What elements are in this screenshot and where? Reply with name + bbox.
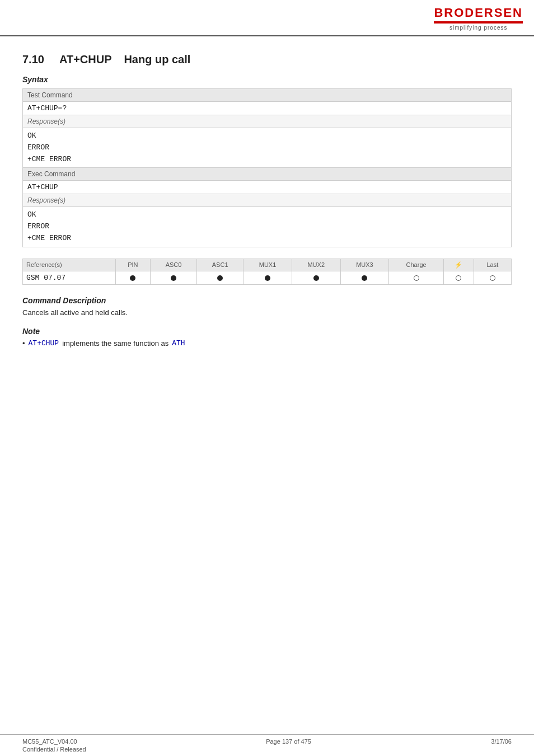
ref-col-header-charge: Charge	[389, 259, 444, 271]
asc0-filled-dot	[171, 275, 176, 281]
ref-col-header-mux3: MUX3	[340, 259, 389, 271]
note-link1[interactable]: AT+CHUP	[29, 339, 59, 348]
exec-response-value: OKERROR+CME ERROR	[23, 207, 512, 247]
footer-status: Confidential / Released	[22, 746, 86, 753]
command-description-body: Cancels all active and held calls.	[22, 308, 512, 317]
section-number: 7.10	[22, 53, 44, 65]
ref-mux2-dot	[292, 271, 340, 284]
ref-last-dot	[474, 271, 511, 284]
ref-row-name: GSM 07.07	[23, 271, 116, 284]
last-empty-dot	[490, 275, 495, 281]
command-description-label: Command Description	[22, 296, 512, 305]
exec-response-value-row: OKERROR+CME ERROR	[23, 207, 512, 247]
logo-text: BRODERSEN	[434, 6, 523, 20]
page-header: BRODERSEN simplifying process	[0, 0, 534, 36]
ref-special-dot	[443, 271, 474, 284]
test-command-value: AT+CHUP=?	[23, 102, 512, 115]
ref-col-header-special: ⚡	[443, 259, 474, 271]
logo-subtitle: simplifying process	[449, 25, 507, 31]
exec-command-type-label: Exec Command	[23, 168, 512, 181]
ref-col-header-mux2: MUX2	[292, 259, 340, 271]
note-label: Note	[22, 327, 512, 336]
reference-table: Reference(s) PIN ASC0 ASC1 MUX1 MUX2 MUX…	[22, 259, 512, 285]
ref-pin-dot	[115, 271, 150, 284]
test-response-label-row: Response(s)	[23, 115, 512, 128]
footer-left: MC55_ATC_V04.00 Confidential / Released	[22, 738, 86, 753]
section-title: AT+CHUP	[59, 53, 111, 65]
special-empty-dot	[456, 275, 461, 281]
exec-command-value-row: AT+CHUP	[23, 181, 512, 194]
exec-command-header-row: Exec Command	[23, 168, 512, 181]
ref-mux1-dot	[243, 271, 292, 284]
page-footer: MC55_ATC_V04.00 Confidential / Released …	[0, 734, 534, 756]
footer-date: 3/17/06	[491, 738, 512, 753]
note-list: AT+CHUP implements the same function as …	[22, 339, 512, 348]
test-response-value: OKERROR+CME ERROR	[23, 128, 512, 168]
ref-col-header-asc1: ASC1	[197, 259, 243, 271]
ref-col-header-pin: PIN	[115, 259, 150, 271]
ref-col-header-mux1: MUX1	[243, 259, 292, 271]
logo-bar	[434, 21, 523, 24]
ref-asc0-dot	[151, 271, 197, 284]
test-response-label: Response(s)	[23, 115, 512, 128]
ref-col-header-name: Reference(s)	[23, 259, 116, 271]
test-response-value-row: OKERROR+CME ERROR	[23, 128, 512, 168]
logo: BRODERSEN simplifying process	[434, 6, 523, 31]
mux2-filled-dot	[313, 275, 319, 281]
syntax-label: Syntax	[22, 75, 512, 84]
mux1-filled-dot	[265, 275, 270, 281]
ref-asc1-dot	[197, 271, 243, 284]
mux3-filled-dot	[362, 275, 367, 281]
test-command-type-label: Test Command	[23, 89, 512, 102]
command-table: Test Command AT+CHUP=? Response(s) OKERR…	[22, 88, 512, 247]
footer-page: Page 137 of 475	[266, 738, 311, 753]
ref-mux3-dot	[340, 271, 389, 284]
test-command-header-row: Test Command	[23, 89, 512, 102]
section-subtitle: Hang up call	[124, 53, 190, 65]
ref-col-header-last: Last	[474, 259, 511, 271]
note-item-0: AT+CHUP implements the same function as …	[22, 339, 512, 348]
section-heading: 7.10 AT+CHUP Hang up call	[22, 53, 512, 66]
ref-charge-dot	[389, 271, 444, 284]
ref-col-header-asc0: ASC0	[151, 259, 197, 271]
note-link2[interactable]: ATH	[172, 339, 185, 348]
exec-command-value: AT+CHUP	[23, 181, 512, 194]
charge-empty-dot	[414, 275, 419, 281]
note-text: implements the same function as	[62, 339, 168, 348]
ref-data-row: GSM 07.07	[23, 271, 512, 284]
test-command-value-row: AT+CHUP=?	[23, 102, 512, 115]
main-content: 7.10 AT+CHUP Hang up call Syntax Test Co…	[0, 42, 534, 383]
exec-response-label-row: Response(s)	[23, 194, 512, 207]
asc1-filled-dot	[217, 275, 223, 281]
footer-doc-id: MC55_ATC_V04.00	[22, 738, 86, 745]
exec-response-label: Response(s)	[23, 194, 512, 207]
pin-filled-dot	[130, 275, 135, 281]
ref-header-row: Reference(s) PIN ASC0 ASC1 MUX1 MUX2 MUX…	[23, 259, 512, 271]
